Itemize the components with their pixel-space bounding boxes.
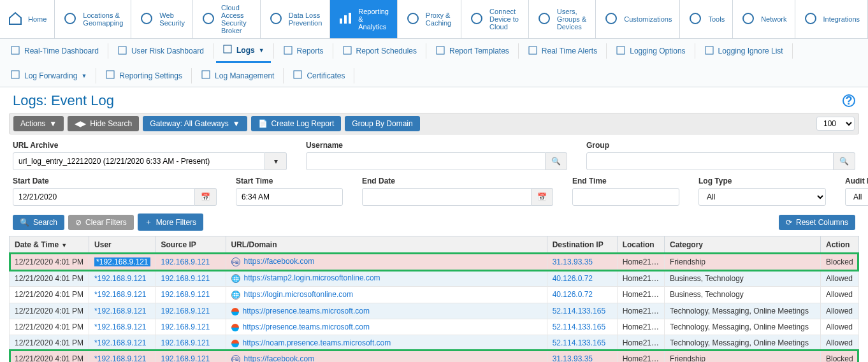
cell-dest-ip[interactable]: 40.126.0.72: [553, 274, 593, 283]
main-nav-locations-geomapping[interactable]: Locations & Geomapping: [55, 0, 131, 38]
main-nav-data-loss-prevention[interactable]: Data Loss Prevention: [261, 0, 331, 38]
cell-source-ip[interactable]: 192.168.9.121: [161, 338, 210, 347]
main-nav-reporting-analytics[interactable]: Reporting & Analytics: [330, 0, 398, 38]
cell-dest-ip[interactable]: 52.114.133.165: [553, 307, 605, 315]
table-row[interactable]: 12/21/2020 4:01 PM*192.168.9.121192.168.…: [10, 319, 859, 335]
subnav-logs[interactable]: Logs▼: [216, 39, 271, 63]
col-action[interactable]: Action: [821, 236, 859, 254]
end-date-input[interactable]: [362, 188, 532, 206]
cell-source-ip[interactable]: 192.168.9.121: [161, 290, 210, 299]
calendar-icon[interactable]: 📅: [195, 188, 217, 206]
log-type-select[interactable]: All: [698, 188, 826, 206]
cell-user[interactable]: *192.168.9.121: [94, 354, 146, 362]
main-nav-users-groups-devices[interactable]: Users, Groups & Devices: [529, 0, 597, 38]
more-filters-button[interactable]: ＋ More Filters: [138, 214, 203, 231]
help-icon[interactable]: ?: [843, 94, 855, 107]
reset-columns-button[interactable]: ⟳ Reset Columns: [779, 215, 855, 230]
subnav-real-time-alerts[interactable]: Real Time Alerts: [521, 40, 604, 62]
username-input[interactable]: [306, 152, 546, 170]
subnav-logging-options[interactable]: Logging Options: [609, 40, 691, 62]
main-nav-connect-device-to-cloud[interactable]: Connect Device to Cloud: [461, 0, 529, 38]
subnav-logging-ignore-list[interactable]: Logging Ignore List: [698, 40, 790, 62]
subnav-reporting-settings[interactable]: Reporting Settings: [99, 64, 189, 87]
col-source-ip[interactable]: Source IP: [156, 236, 226, 254]
subnav-certificates[interactable]: Certificates: [286, 64, 351, 87]
table-row[interactable]: 12/21/2020 4:01 PM*192.168.9.121192.168.…: [10, 335, 859, 351]
cell-dest-ip[interactable]: 52.114.133.165: [553, 322, 605, 331]
url-archive-select[interactable]: [13, 152, 265, 170]
end-time-input[interactable]: [572, 188, 679, 206]
main-nav-home[interactable]: Home: [0, 0, 55, 38]
table-row[interactable]: 12/21/2020 4:01 PM*192.168.9.121192.168.…: [10, 303, 859, 319]
cell-url[interactable]: https://stamp2.login.microsoftonline.com: [244, 273, 380, 282]
table-row[interactable]: 12/21/2020 4:01 PM*192.168.9.121192.168.…: [10, 270, 859, 287]
cell-url[interactable]: https://facebook.com: [244, 354, 315, 362]
main-nav-proxy-caching[interactable]: Proxy & Caching: [398, 0, 461, 38]
cell-dest-ip[interactable]: 52.114.133.165: [553, 338, 605, 347]
start-time-input[interactable]: [236, 188, 343, 206]
col-category[interactable]: Category: [665, 236, 821, 254]
cell-user[interactable]: *192.168.9.121: [94, 257, 150, 266]
reset-cols-label: Reset Columns: [796, 218, 848, 227]
group-by-domain-button[interactable]: Group By Domain: [345, 116, 419, 131]
cell-url[interactable]: https://presence.teams.microsoft.com: [243, 307, 370, 315]
cell-url[interactable]: https://noam.presence.teams.microsoft.co…: [243, 338, 391, 347]
subnav-real-time-dashboard[interactable]: Real-Time Dashboard: [4, 40, 105, 62]
search-label: Search: [33, 218, 57, 227]
subnav-log-forwarding[interactable]: Log Forwarding▼: [4, 64, 93, 87]
start-time-label: Start Time: [236, 177, 343, 185]
gateway-selector[interactable]: Gateway: All Gateways ▼: [143, 116, 247, 131]
main-nav-customizations[interactable]: Customizations: [596, 0, 680, 38]
cell-source-ip[interactable]: 192.168.9.121: [161, 322, 210, 331]
cell-user[interactable]: *192.168.9.121: [94, 274, 146, 283]
cell-source-ip[interactable]: 192.168.9.121: [161, 307, 210, 315]
table-row[interactable]: 12/21/2020 4:01 PM*192.168.9.121192.168.…: [10, 287, 859, 303]
subnav-reports[interactable]: Reports: [277, 40, 330, 62]
page-title: Logs: Event Log: [13, 92, 114, 109]
cell-action: Blocked: [821, 254, 859, 270]
cell-user[interactable]: *192.168.9.121: [94, 307, 146, 315]
col-datetime[interactable]: Date & Time▼: [10, 236, 89, 254]
search-button[interactable]: 🔍 Search: [13, 215, 64, 230]
cell-dest-ip[interactable]: 40.126.0.72: [553, 290, 593, 299]
dropdown-icon[interactable]: ▾: [265, 152, 287, 170]
search-icon[interactable]: 🔍: [834, 152, 855, 170]
calendar-icon[interactable]: 📅: [532, 188, 553, 206]
cell-source-ip[interactable]: 192.168.9.121: [161, 274, 210, 283]
cell-dest-ip[interactable]: 31.13.93.35: [553, 257, 593, 266]
cell-user[interactable]: *192.168.9.121: [94, 290, 146, 299]
subnav-report-templates[interactable]: Report Templates: [429, 40, 516, 62]
audit-event-select[interactable]: All: [845, 188, 868, 206]
cell-dest-ip[interactable]: 31.13.93.35: [553, 354, 593, 362]
main-nav-network[interactable]: Network: [733, 0, 795, 38]
cell-url[interactable]: https://presence.teams.microsoft.com: [243, 322, 370, 331]
col-user[interactable]: User: [89, 236, 156, 254]
create-log-report-button[interactable]: 📄 Create Log Report: [251, 116, 342, 131]
cell-user[interactable]: *192.168.9.121: [94, 338, 146, 347]
page-size-select[interactable]: 100: [816, 117, 855, 131]
search-icon[interactable]: 🔍: [546, 152, 567, 170]
cell-url[interactable]: https://login.microsoftonline.com: [244, 290, 353, 299]
cell-user[interactable]: *192.168.9.121: [94, 322, 146, 331]
hide-search-button[interactable]: ◀▶ Hide Search: [68, 116, 139, 131]
col-dest-ip[interactable]: Destination IP: [547, 236, 617, 254]
actions-menu[interactable]: Actions ▼: [13, 116, 64, 131]
group-input[interactable]: [586, 152, 834, 170]
main-nav-cloud-access-security-broker[interactable]: Cloud Access Security Broker: [193, 0, 261, 38]
clear-filters-button[interactable]: ⊘ Clear Filters: [68, 215, 134, 230]
col-url[interactable]: URL/Domain: [226, 236, 547, 254]
cell-source-ip[interactable]: 192.168.9.121: [161, 257, 210, 266]
subnav-user-risk-dashboard[interactable]: User Risk Dashboard: [111, 40, 210, 62]
table-row[interactable]: 12/21/2020 4:01 PM*192.168.9.121192.168.…: [10, 351, 859, 362]
cell-url[interactable]: https://facebook.com: [244, 257, 315, 266]
svg-point-11: [690, 13, 700, 24]
col-location[interactable]: Location: [617, 236, 664, 254]
cell-source-ip[interactable]: 192.168.9.121: [161, 354, 210, 362]
subnav-report-schedules[interactable]: Report Schedules: [336, 40, 423, 62]
table-row[interactable]: 12/21/2020 4:01 PM*192.168.9.121192.168.…: [10, 254, 859, 270]
main-nav-web-security[interactable]: Web Security: [131, 0, 193, 38]
main-nav-integrations[interactable]: Integrations: [795, 0, 868, 38]
start-date-input[interactable]: [13, 188, 195, 206]
main-nav-tools[interactable]: Tools: [680, 0, 733, 38]
subnav-log-management[interactable]: Log Management: [194, 64, 280, 87]
